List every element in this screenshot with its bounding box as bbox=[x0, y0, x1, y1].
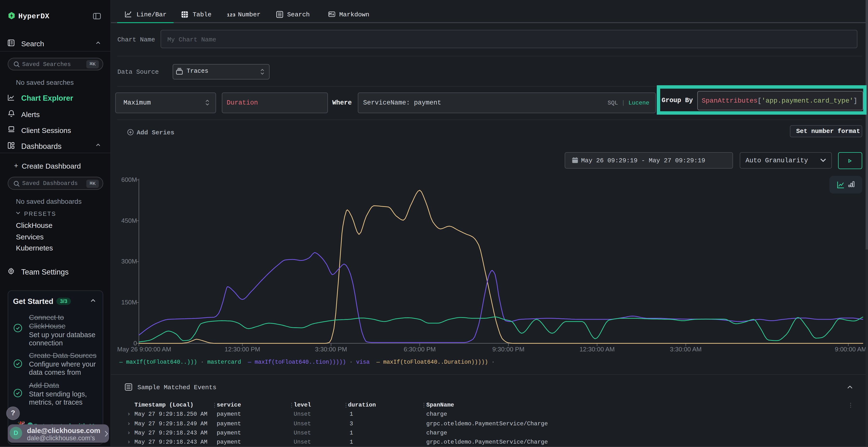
svg-text:9:00:00 AM: 9:00:00 AM bbox=[835, 346, 867, 353]
svg-text:3:30:00 AM: 3:30:00 AM bbox=[670, 346, 702, 353]
svg-text:6:30:00 PM: 6:30:00 PM bbox=[404, 346, 436, 353]
svg-text:150M: 150M bbox=[121, 299, 137, 306]
svg-text:May 26 9:00:00 AM: May 26 9:00:00 AM bbox=[117, 346, 171, 353]
svg-text:3:30:00 PM: 3:30:00 PM bbox=[315, 346, 347, 353]
svg-text:9:30:00 PM: 9:30:00 PM bbox=[492, 346, 524, 353]
svg-text:450M: 450M bbox=[121, 217, 137, 224]
svg-text:12:30:00 PM: 12:30:00 PM bbox=[224, 346, 260, 353]
svg-text:600M: 600M bbox=[121, 176, 137, 183]
svg-text:12:30:00 AM: 12:30:00 AM bbox=[579, 346, 615, 353]
svg-text:300M: 300M bbox=[121, 258, 137, 265]
